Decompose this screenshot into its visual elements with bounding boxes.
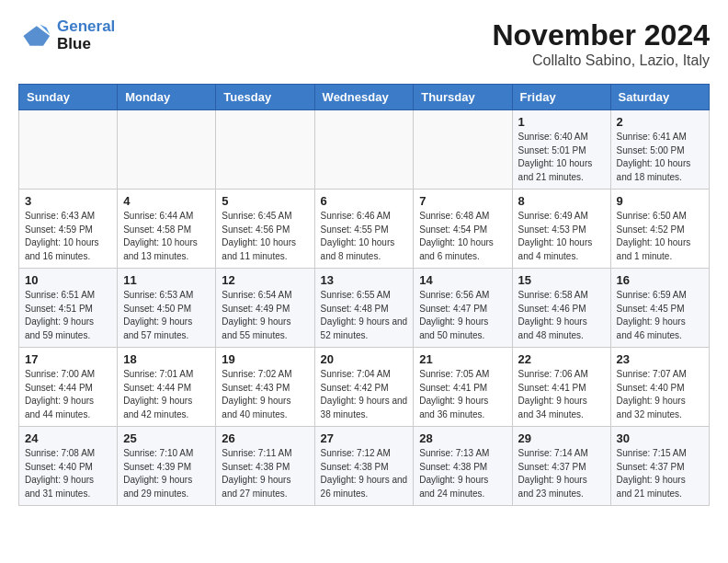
day-number: 10 — [25, 273, 111, 287]
day-info: Sunrise: 6:54 AM Sunset: 4:49 PM Dayligh… — [222, 289, 308, 342]
day-info: Sunrise: 6:49 AM Sunset: 4:53 PM Dayligh… — [518, 210, 605, 263]
calendar-cell: 15Sunrise: 6:58 AM Sunset: 4:46 PM Dayli… — [512, 269, 610, 348]
day-number: 2 — [617, 115, 703, 129]
calendar-cell: 5Sunrise: 6:45 AM Sunset: 4:56 PM Daylig… — [216, 190, 314, 269]
calendar-cell: 25Sunrise: 7:10 AM Sunset: 4:39 PM Dayli… — [118, 427, 216, 506]
calendar-cell: 29Sunrise: 7:14 AM Sunset: 4:37 PM Dayli… — [512, 427, 610, 506]
calendar-cell: 16Sunrise: 6:59 AM Sunset: 4:45 PM Dayli… — [610, 269, 709, 348]
day-number: 5 — [222, 194, 308, 208]
logo-icon — [18, 19, 51, 52]
calendar-table: SundayMondayTuesdayWednesdayThursdayFrid… — [18, 84, 710, 506]
day-number: 14 — [419, 273, 506, 287]
calendar-cell: 24Sunrise: 7:08 AM Sunset: 4:40 PM Dayli… — [19, 427, 118, 506]
weekday-header-tuesday: Tuesday — [216, 85, 314, 110]
calendar-cell — [19, 110, 118, 190]
day-info: Sunrise: 6:56 AM Sunset: 4:47 PM Dayligh… — [419, 289, 506, 342]
day-info: Sunrise: 6:45 AM Sunset: 4:56 PM Dayligh… — [222, 210, 308, 263]
day-info: Sunrise: 6:51 AM Sunset: 4:51 PM Dayligh… — [25, 289, 111, 342]
calendar-cell: 30Sunrise: 7:15 AM Sunset: 4:37 PM Dayli… — [610, 427, 709, 506]
day-number: 28 — [419, 431, 506, 445]
calendar-cell: 19Sunrise: 7:02 AM Sunset: 4:43 PM Dayli… — [216, 348, 314, 427]
day-info: Sunrise: 6:50 AM Sunset: 4:52 PM Dayligh… — [617, 210, 703, 263]
calendar-cell: 12Sunrise: 6:54 AM Sunset: 4:49 PM Dayli… — [216, 269, 314, 348]
day-info: Sunrise: 7:15 AM Sunset: 4:37 PM Dayligh… — [617, 447, 703, 500]
day-info: Sunrise: 7:01 AM Sunset: 4:44 PM Dayligh… — [123, 368, 210, 421]
day-number: 19 — [222, 352, 308, 366]
calendar-cell: 3Sunrise: 6:43 AM Sunset: 4:59 PM Daylig… — [19, 190, 118, 269]
day-number: 7 — [419, 194, 506, 208]
calendar-cell: 22Sunrise: 7:06 AM Sunset: 4:41 PM Dayli… — [512, 348, 610, 427]
day-number: 29 — [518, 431, 605, 445]
calendar-cell: 26Sunrise: 7:11 AM Sunset: 4:38 PM Dayli… — [216, 427, 314, 506]
calendar-body: 1Sunrise: 6:40 AM Sunset: 5:01 PM Daylig… — [19, 110, 710, 506]
calendar-cell: 2Sunrise: 6:41 AM Sunset: 5:00 PM Daylig… — [610, 110, 709, 190]
day-info: Sunrise: 7:11 AM Sunset: 4:38 PM Dayligh… — [222, 447, 308, 500]
weekday-header-monday: Monday — [118, 85, 216, 110]
calendar-cell: 17Sunrise: 7:00 AM Sunset: 4:44 PM Dayli… — [19, 348, 118, 427]
day-number: 27 — [321, 431, 408, 445]
calendar-week-3: 10Sunrise: 6:51 AM Sunset: 4:51 PM Dayli… — [19, 269, 710, 348]
day-number: 20 — [321, 352, 408, 366]
day-number: 17 — [25, 352, 111, 366]
calendar-cell: 7Sunrise: 6:48 AM Sunset: 4:54 PM Daylig… — [414, 190, 512, 269]
day-number: 30 — [617, 431, 703, 445]
day-info: Sunrise: 7:06 AM Sunset: 4:41 PM Dayligh… — [518, 368, 605, 421]
day-info: Sunrise: 7:00 AM Sunset: 4:44 PM Dayligh… — [25, 368, 111, 421]
calendar-cell: 23Sunrise: 7:07 AM Sunset: 4:40 PM Dayli… — [610, 348, 709, 427]
logo: General Blue — [18, 18, 115, 52]
calendar-cell: 8Sunrise: 6:49 AM Sunset: 4:53 PM Daylig… — [512, 190, 610, 269]
location-subtitle: Collalto Sabino, Lazio, Italy — [492, 52, 710, 69]
day-number: 24 — [25, 431, 111, 445]
day-number: 8 — [518, 194, 605, 208]
calendar-week-5: 24Sunrise: 7:08 AM Sunset: 4:40 PM Dayli… — [19, 427, 710, 506]
day-info: Sunrise: 6:58 AM Sunset: 4:46 PM Dayligh… — [518, 289, 605, 342]
day-info: Sunrise: 7:12 AM Sunset: 4:38 PM Dayligh… — [321, 447, 408, 500]
day-info: Sunrise: 6:48 AM Sunset: 4:54 PM Dayligh… — [419, 210, 506, 263]
weekday-header-friday: Friday — [512, 85, 610, 110]
page-header: General Blue November 2024 Collalto Sabi… — [18, 18, 710, 69]
day-info: Sunrise: 6:53 AM Sunset: 4:50 PM Dayligh… — [123, 289, 210, 342]
day-info: Sunrise: 7:04 AM Sunset: 4:42 PM Dayligh… — [321, 368, 408, 421]
weekday-header-row: SundayMondayTuesdayWednesdayThursdayFrid… — [19, 85, 710, 110]
day-info: Sunrise: 6:41 AM Sunset: 5:00 PM Dayligh… — [617, 131, 703, 184]
calendar-cell: 9Sunrise: 6:50 AM Sunset: 4:52 PM Daylig… — [610, 190, 709, 269]
day-info: Sunrise: 7:14 AM Sunset: 4:37 PM Dayligh… — [518, 447, 605, 500]
calendar-cell: 20Sunrise: 7:04 AM Sunset: 4:42 PM Dayli… — [314, 348, 414, 427]
month-title: November 2024 — [492, 18, 710, 52]
day-info: Sunrise: 6:55 AM Sunset: 4:48 PM Dayligh… — [321, 289, 408, 342]
logo-general: General — [57, 17, 115, 35]
title-block: November 2024 Collalto Sabino, Lazio, It… — [492, 18, 710, 69]
day-number: 22 — [518, 352, 605, 366]
weekday-header-saturday: Saturday — [610, 85, 709, 110]
day-info: Sunrise: 7:13 AM Sunset: 4:38 PM Dayligh… — [419, 447, 506, 500]
day-number: 11 — [123, 273, 210, 287]
calendar-week-4: 17Sunrise: 7:00 AM Sunset: 4:44 PM Dayli… — [19, 348, 710, 427]
calendar-cell: 13Sunrise: 6:55 AM Sunset: 4:48 PM Dayli… — [314, 269, 414, 348]
calendar-cell: 11Sunrise: 6:53 AM Sunset: 4:50 PM Dayli… — [118, 269, 216, 348]
day-number: 23 — [617, 352, 703, 366]
day-info: Sunrise: 6:43 AM Sunset: 4:59 PM Dayligh… — [25, 210, 111, 263]
day-number: 12 — [222, 273, 308, 287]
day-number: 15 — [518, 273, 605, 287]
calendar-cell: 10Sunrise: 6:51 AM Sunset: 4:51 PM Dayli… — [19, 269, 118, 348]
calendar-cell: 4Sunrise: 6:44 AM Sunset: 4:58 PM Daylig… — [118, 190, 216, 269]
calendar-cell — [414, 110, 512, 190]
calendar-cell — [314, 110, 414, 190]
calendar-cell: 28Sunrise: 7:13 AM Sunset: 4:38 PM Dayli… — [414, 427, 512, 506]
day-info: Sunrise: 6:46 AM Sunset: 4:55 PM Dayligh… — [321, 210, 408, 263]
day-info: Sunrise: 7:10 AM Sunset: 4:39 PM Dayligh… — [123, 447, 210, 500]
day-number: 16 — [617, 273, 703, 287]
calendar-week-2: 3Sunrise: 6:43 AM Sunset: 4:59 PM Daylig… — [19, 190, 710, 269]
day-info: Sunrise: 7:08 AM Sunset: 4:40 PM Dayligh… — [25, 447, 111, 500]
day-info: Sunrise: 6:40 AM Sunset: 5:01 PM Dayligh… — [518, 131, 605, 184]
logo-blue: Blue — [57, 35, 91, 52]
weekday-header-wednesday: Wednesday — [314, 85, 414, 110]
day-number: 18 — [123, 352, 210, 366]
calendar-cell: 6Sunrise: 6:46 AM Sunset: 4:55 PM Daylig… — [314, 190, 414, 269]
calendar-cell: 18Sunrise: 7:01 AM Sunset: 4:44 PM Dayli… — [118, 348, 216, 427]
calendar-week-1: 1Sunrise: 6:40 AM Sunset: 5:01 PM Daylig… — [19, 110, 710, 190]
weekday-header-thursday: Thursday — [414, 85, 512, 110]
calendar-cell — [216, 110, 314, 190]
calendar-cell: 21Sunrise: 7:05 AM Sunset: 4:41 PM Dayli… — [414, 348, 512, 427]
logo-text: General Blue — [57, 18, 115, 52]
